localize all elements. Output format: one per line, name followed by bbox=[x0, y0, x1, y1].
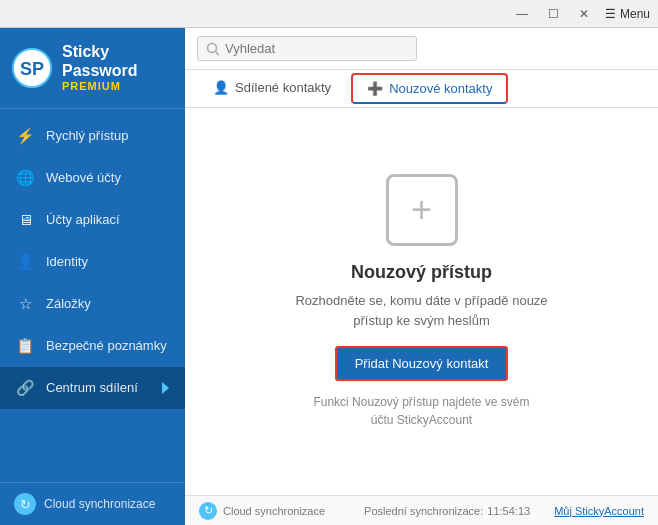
tab-shared-contacts[interactable]: 👤 Sdílené kontakty bbox=[197, 70, 347, 107]
sync-time-value: 11:54:13 bbox=[487, 505, 530, 517]
sidebar-item-label: Účty aplikací bbox=[46, 212, 120, 227]
sidebar-item-label: Centrum sdílení bbox=[46, 380, 138, 395]
main-container: SP Sticky Password PREMIUM ⚡ Rychlý přís… bbox=[0, 28, 658, 525]
web-accounts-icon: 🌐 bbox=[16, 169, 34, 187]
sidebar-item-label: Bezpečné poznámky bbox=[46, 338, 167, 353]
tab-emergency-contacts[interactable]: ➕ Nouzové kontakty bbox=[351, 73, 508, 104]
content-title: Nouzový přístup bbox=[351, 262, 492, 283]
app-accounts-icon: 🖥 bbox=[16, 211, 34, 229]
sidebar-item-quick-access[interactable]: ⚡ Rychlý přístup bbox=[0, 115, 185, 157]
add-emergency-contact-button[interactable]: Přidat Nouzový kontakt bbox=[335, 346, 509, 381]
secure-notes-icon: 📋 bbox=[16, 337, 34, 355]
sidebar-item-label: Záložky bbox=[46, 296, 91, 311]
sidebar-item-bookmarks[interactable]: ☆ Záložky bbox=[0, 283, 185, 325]
search-bar bbox=[185, 28, 658, 70]
emergency-contacts-icon: ➕ bbox=[367, 81, 383, 96]
logo-premium: PREMIUM bbox=[62, 80, 138, 93]
shared-contacts-icon: 👤 bbox=[213, 80, 229, 95]
svg-line-3 bbox=[216, 51, 220, 55]
status-bar: ↻ Cloud synchronizace Poslední synchroni… bbox=[185, 495, 658, 525]
search-icon bbox=[206, 42, 220, 56]
sync-icon: ↻ bbox=[14, 493, 36, 515]
content-area: + Nouzový přístup Rozhodněte se, komu dá… bbox=[185, 108, 658, 495]
status-sync-icon: ↻ bbox=[199, 502, 217, 520]
sync-time-prefix: Poslední synchronizace: bbox=[364, 505, 483, 517]
menu-label: Menu bbox=[620, 7, 650, 21]
close-button[interactable]: ✕ bbox=[575, 5, 593, 23]
logo-sticky: Sticky bbox=[62, 42, 138, 61]
active-arrow-icon bbox=[162, 382, 169, 394]
tabs: 👤 Sdílené kontakty ➕ Nouzové kontakty bbox=[185, 70, 658, 108]
content-footnote: Funkci Nouzový přístup najdete ve svém ú… bbox=[302, 393, 542, 429]
bookmarks-icon: ☆ bbox=[16, 295, 34, 313]
nav-items: ⚡ Rychlý přístup 🌐 Webové účty 🖥 Účty ap… bbox=[0, 109, 185, 482]
sidebar-item-label: Rychlý přístup bbox=[46, 128, 128, 143]
svg-point-2 bbox=[208, 43, 217, 52]
menu-button[interactable]: ☰ Menu bbox=[605, 7, 650, 21]
search-input-wrap[interactable] bbox=[197, 36, 417, 61]
sidebar-item-web-accounts[interactable]: 🌐 Webové účty bbox=[0, 157, 185, 199]
logo-icon: SP bbox=[12, 48, 52, 88]
sidebar-footer: ↻ Cloud synchronizace bbox=[0, 482, 185, 525]
titlebar-controls: — ☐ ✕ ☰ Menu bbox=[512, 5, 650, 23]
sidebar-item-secure-notes[interactable]: 📋 Bezpečné poznámky bbox=[0, 325, 185, 367]
identity-icon: 👤 bbox=[16, 253, 34, 271]
tab-label: Sdílené kontakty bbox=[235, 80, 331, 95]
sidebar-item-label: Identity bbox=[46, 254, 88, 269]
logo-area: SP Sticky Password PREMIUM bbox=[0, 28, 185, 109]
sync-label: Cloud synchronizace bbox=[44, 497, 155, 511]
sidebar-item-sharing-center[interactable]: 🔗 Centrum sdílení bbox=[0, 367, 185, 409]
status-sync-text: Cloud synchronizace bbox=[223, 505, 325, 517]
sidebar-item-label: Webové účty bbox=[46, 170, 121, 185]
logo-password: Password bbox=[62, 61, 138, 80]
right-panel: 👤 Sdílené kontakty ➕ Nouzové kontakty + … bbox=[185, 28, 658, 525]
logo-text: Sticky Password PREMIUM bbox=[62, 42, 138, 94]
content-description: Rozhodněte se, komu dáte v případě nouze… bbox=[292, 291, 552, 330]
quick-access-icon: ⚡ bbox=[16, 127, 34, 145]
menu-icon: ☰ bbox=[605, 7, 616, 21]
minimize-button[interactable]: — bbox=[512, 5, 532, 23]
sidebar: SP Sticky Password PREMIUM ⚡ Rychlý přís… bbox=[0, 28, 185, 525]
sidebar-item-identity[interactable]: 👤 Identity bbox=[0, 241, 185, 283]
sticky-account-link[interactable]: Můj StickyAccount bbox=[554, 505, 644, 517]
titlebar: — ☐ ✕ ☰ Menu bbox=[0, 0, 658, 28]
tab-label: Nouzové kontakty bbox=[389, 81, 492, 96]
sharing-center-icon: 🔗 bbox=[16, 379, 34, 397]
search-input[interactable] bbox=[225, 41, 408, 56]
maximize-button[interactable]: ☐ bbox=[544, 5, 563, 23]
svg-text:SP: SP bbox=[20, 59, 44, 79]
plus-box-icon: + bbox=[386, 174, 458, 246]
status-sync-label: ↻ Cloud synchronizace bbox=[199, 502, 325, 520]
sidebar-item-app-accounts[interactable]: 🖥 Účty aplikací bbox=[0, 199, 185, 241]
